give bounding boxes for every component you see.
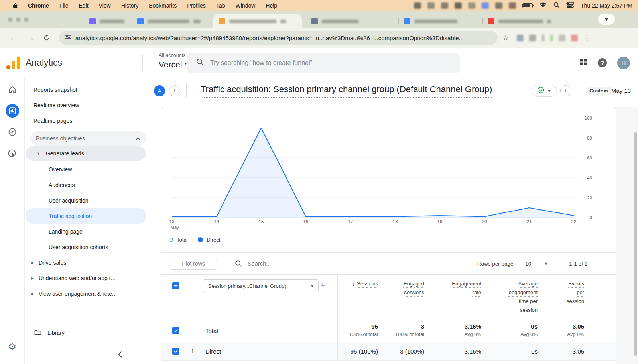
- section-drive-sales[interactable]: ▶Drive sales: [25, 255, 152, 270]
- extension-icon[interactable]: [517, 35, 524, 41]
- extension-icon[interactable]: [550, 35, 553, 41]
- sidebar-item-landing-page[interactable]: Landing page: [25, 224, 152, 239]
- column-header-sessions[interactable]: ↓Sessions: [337, 275, 378, 319]
- column-header-avg-engagement-time[interactable]: Average engagement time per session: [481, 275, 538, 319]
- legend-direct[interactable]: Direct: [198, 237, 220, 243]
- add-report-button[interactable]: +: [560, 85, 571, 96]
- status-app-icon[interactable]: [414, 2, 421, 9]
- section-view-user-engagement[interactable]: ▶View user engagement & rete...: [25, 286, 152, 301]
- dimension-dropdown[interactable]: Session primary...Channel Group) ▼: [203, 279, 319, 292]
- close-window-button[interactable]: [8, 17, 13, 22]
- window-controls[interactable]: [8, 17, 29, 22]
- admin-gear-icon[interactable]: ⚙: [8, 341, 16, 352]
- column-header-engagement-rate[interactable]: Engagement rate: [424, 275, 481, 319]
- status-app-icon[interactable]: [468, 2, 475, 9]
- sidebar-item-realtime-overview[interactable]: Realtime overview: [25, 97, 152, 113]
- browser-tab[interactable]: [132, 14, 213, 28]
- table-row-direct[interactable]: 1 Direct 95 (100%) 3 (100%) 3.16% 0s 3.0…: [161, 342, 616, 361]
- sidebar-item-audiences[interactable]: Audiences: [25, 177, 152, 193]
- product-name[interactable]: Analytics: [26, 57, 62, 68]
- breadcrumb-all-accounts[interactable]: All accounts: [159, 53, 185, 58]
- sidebar-item-realtime-pages[interactable]: Realtime pages: [25, 113, 152, 128]
- workspace-avatar[interactable]: A: [154, 85, 165, 96]
- row-checkbox-checked[interactable]: [172, 348, 179, 355]
- report-status-dropdown[interactable]: ▼: [532, 85, 557, 97]
- menubar-view[interactable]: View: [99, 2, 111, 9]
- legend-total[interactable]: Total: [169, 237, 187, 243]
- battery-icon[interactable]: [522, 3, 533, 8]
- extension-icon[interactable]: [542, 35, 545, 41]
- reload-button[interactable]: [43, 34, 50, 42]
- date-range-picker[interactable]: May 13 -: [611, 87, 634, 94]
- browser-tab[interactable]: [306, 14, 386, 28]
- sidebar-item-user-acquisition[interactable]: User acquisition: [25, 193, 152, 208]
- collection-business-objectives[interactable]: Business objectives: [30, 131, 146, 146]
- advertising-icon[interactable]: [7, 148, 18, 160]
- url-text[interactable]: analytics.google.com/analytics/web/?auth…: [75, 35, 464, 41]
- extension-icon[interactable]: [559, 35, 565, 41]
- home-icon[interactable]: [8, 85, 17, 96]
- tab-search-chevron-button[interactable]: ▼: [598, 14, 615, 25]
- status-app-icon[interactable]: [509, 2, 516, 9]
- apple-menu-icon[interactable]: [12, 2, 18, 10]
- add-comparison-button[interactable]: +: [169, 85, 180, 96]
- sidebar-item-reports-snapshot[interactable]: Reports snapshot: [25, 82, 152, 97]
- status-app-icon[interactable]: [441, 2, 448, 9]
- address-bar[interactable]: analytics.google.com/analytics/web/?auth…: [59, 31, 498, 45]
- browser-tab[interactable]: [482, 14, 572, 28]
- sidebar-item-traffic-acquisition-selected[interactable]: Traffic acquisition: [26, 208, 146, 224]
- menubar-history[interactable]: History: [121, 2, 139, 9]
- section-generate-leads[interactable]: ▼ Generate leads: [26, 146, 146, 161]
- report-title[interactable]: Traffic acquisition: Session primary cha…: [201, 84, 492, 98]
- chevron-down-icon[interactable]: ▼: [544, 261, 548, 266]
- analytics-logo-icon[interactable]: [6, 56, 22, 70]
- menubar-tab[interactable]: Tab: [216, 2, 225, 9]
- section-understand-web-app[interactable]: ▶Understand web and/or app t...: [25, 270, 152, 286]
- column-header-engaged-sessions[interactable]: Engaged sessions: [378, 275, 424, 319]
- menubar-clock[interactable]: Thu 22 May 2:57 PM: [581, 2, 632, 9]
- site-settings-icon[interactable]: [65, 34, 71, 42]
- wifi-icon[interactable]: [539, 2, 547, 9]
- rows-per-page-value[interactable]: 10: [525, 261, 531, 267]
- account-avatar[interactable]: H: [617, 57, 630, 69]
- add-dimension-icon[interactable]: +: [320, 280, 325, 291]
- chrome-menu-icon[interactable]: ⋮: [583, 34, 590, 42]
- column-header-events-per-session[interactable]: Events per session: [538, 275, 584, 319]
- help-icon[interactable]: ?: [598, 58, 607, 67]
- status-app-icon[interactable]: [455, 2, 462, 9]
- browser-tab[interactable]: [398, 14, 476, 28]
- menubar-file[interactable]: File: [59, 2, 69, 9]
- scrollbar-thumb[interactable]: [634, 132, 637, 356]
- table-search[interactable]: Search...: [235, 260, 271, 267]
- ga-search-bar[interactable]: Try searching "how to create funnel": [187, 53, 460, 73]
- select-all-checkbox-indeterminate[interactable]: [172, 282, 179, 289]
- explore-icon[interactable]: [8, 127, 17, 138]
- sidebar-item-library[interactable]: Library: [25, 325, 152, 341]
- zoom-window-button[interactable]: [24, 17, 29, 22]
- spotlight-search-icon[interactable]: [553, 2, 560, 10]
- menubar-app-chrome[interactable]: Chrome: [28, 2, 49, 9]
- sidebar-item-overview[interactable]: Overview: [25, 161, 152, 177]
- diagnostics-grid-icon[interactable]: [580, 58, 587, 67]
- forward-button[interactable]: →: [26, 34, 34, 42]
- browser-tab-active[interactable]: [213, 14, 302, 28]
- menubar-edit[interactable]: Edit: [79, 2, 88, 9]
- collapse-sidebar-icon[interactable]: [117, 351, 124, 359]
- bookmark-star-icon[interactable]: ☆: [502, 33, 509, 42]
- menubar-bookmarks[interactable]: Bookmarks: [149, 2, 177, 9]
- menubar-help[interactable]: Help: [266, 2, 277, 9]
- browser-tab[interactable]: [84, 14, 132, 28]
- status-app-icon[interactable]: [482, 2, 489, 9]
- back-button[interactable]: ←: [10, 34, 18, 42]
- sidebar-item-user-acquisition-cohorts[interactable]: User acquisition cohorts: [25, 239, 152, 255]
- row-checkbox-checked[interactable]: [172, 327, 179, 334]
- status-app-icon[interactable]: [495, 2, 502, 9]
- menubar-window[interactable]: Window: [236, 2, 256, 9]
- menubar-profiles[interactable]: Profiles: [187, 2, 206, 9]
- extension-icon[interactable]: [529, 35, 536, 41]
- status-app-icon[interactable]: [427, 2, 435, 9]
- profile-avatar-icon[interactable]: [571, 35, 578, 41]
- plot-rows-button[interactable]: Plot rows: [170, 258, 217, 270]
- reports-icon-selected[interactable]: [6, 104, 19, 118]
- minimize-window-button[interactable]: [16, 17, 21, 22]
